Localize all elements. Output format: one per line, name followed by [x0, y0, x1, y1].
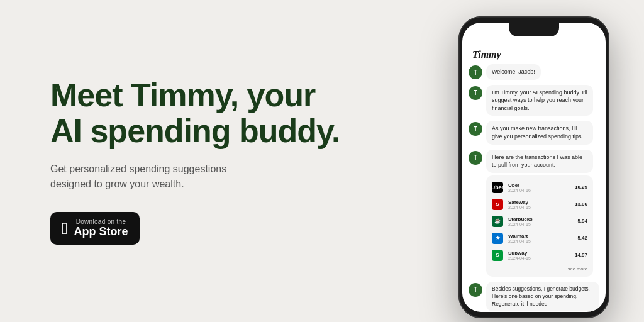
table-row: ★ Walmart 2024-04-15 5.42	[492, 230, 587, 247]
uber-amount: 10.29	[575, 184, 587, 190]
walmart-info: Walmart 2024-04-15	[506, 233, 575, 243]
app-title: Timmy	[462, 44, 606, 64]
starbucks-date: 2024-04-15	[508, 222, 572, 226]
transactions-card: Uber Uber 2024-04-16 10.29 S	[486, 175, 593, 277]
app-store-label: App Store	[74, 225, 128, 239]
subway-date: 2024-04-15	[508, 256, 570, 260]
safeway-amount: 13.06	[575, 201, 587, 207]
uber-name: Uber	[508, 182, 570, 188]
chat-row-5: T Besides suggestions, I generate budget…	[469, 282, 599, 312]
timmy-avatar-4: T	[469, 151, 482, 165]
starbucks-amount: 5.94	[577, 218, 587, 224]
chat-bubble-3: As you make new transactions, I'll give …	[486, 121, 593, 144]
safeway-icon: S	[492, 199, 503, 210]
app-store-button[interactable]:  Download on the App Store	[50, 212, 140, 245]
starbucks-icon: ☕	[492, 216, 503, 227]
chat-row-1: T Welcome, Jacob!	[469, 64, 599, 80]
safeway-name: Safeway	[508, 199, 570, 205]
headline-line2: AI spending buddy.	[50, 113, 340, 149]
table-row: S Subway 2024-04-15 14.97	[492, 247, 587, 264]
timmy-avatar-3: T	[469, 122, 482, 136]
apple-icon: 	[62, 220, 68, 236]
timmy-avatar-2: T	[469, 86, 482, 100]
headline-line1: Meet Timmy, your	[50, 77, 315, 113]
walmart-amount: 5.42	[577, 235, 587, 241]
screen-content: Timmy T Welcome, Jacob! T I'm Timmy, you…	[462, 23, 606, 312]
subway-name: Subway	[508, 250, 570, 256]
subway-icon: S	[492, 250, 503, 261]
starbucks-name: Starbucks	[508, 216, 572, 222]
see-more-label[interactable]: see more	[492, 264, 587, 273]
uber-date: 2024-04-16	[508, 188, 570, 192]
walmart-name: Walmart	[508, 233, 572, 239]
subtitle: Get personalized spending suggestions de…	[50, 162, 252, 192]
uber-icon: Uber	[492, 182, 503, 193]
timmy-avatar-1: T	[469, 65, 482, 79]
chat-row-2: T I'm Timmy, your AI spending buddy. I'l…	[469, 85, 599, 116]
chat-bubble-4: Here are the transactions I was able to …	[486, 150, 593, 173]
walmart-icon: ★	[492, 233, 503, 244]
phone-mockup: Timmy T Welcome, Jacob! T I'm Timmy, you…	[458, 16, 609, 318]
headline: Meet Timmy, your AI spending buddy.	[50, 77, 405, 149]
uber-info: Uber 2024-04-16	[506, 182, 572, 192]
button-text: Download on the App Store	[74, 218, 128, 239]
phone-screen: Timmy T Welcome, Jacob! T I'm Timmy, you…	[462, 23, 606, 312]
timmy-avatar-5: T	[469, 283, 482, 297]
chat-bubble-1: Welcome, Jacob!	[486, 64, 541, 80]
phone-notch	[509, 23, 559, 36]
subway-info: Subway 2024-04-15	[506, 250, 572, 260]
subway-amount: 14.97	[575, 252, 587, 258]
left-section: Meet Timmy, your AI spending buddy. Get …	[0, 40, 443, 283]
table-row: Uber Uber 2024-04-16 10.29	[492, 179, 587, 196]
budget-bubble: Besides suggestions, I generate budgets.…	[486, 282, 599, 312]
chat-row-3: T As you make new transactions, I'll giv…	[469, 121, 599, 144]
starbucks-info: Starbucks 2024-04-15	[506, 216, 575, 226]
chat-container: T Welcome, Jacob! T I'm Timmy, your AI s…	[462, 64, 606, 311]
download-label: Download on the	[74, 218, 128, 225]
walmart-date: 2024-04-15	[508, 239, 572, 243]
safeway-date: 2024-04-15	[508, 205, 570, 209]
table-row: S Safeway 2024-04-15 13.06	[492, 196, 587, 213]
chat-row-4: T Here are the transactions I was able t…	[469, 150, 599, 277]
right-section: Timmy T Welcome, Jacob! T I'm Timmy, you…	[443, 0, 644, 322]
safeway-info: Safeway 2024-04-15	[506, 199, 572, 209]
chat-bubble-2: I'm Timmy, your AI spending buddy. I'll …	[486, 85, 593, 116]
table-row: ☕ Starbucks 2024-04-15 5.94	[492, 213, 587, 230]
